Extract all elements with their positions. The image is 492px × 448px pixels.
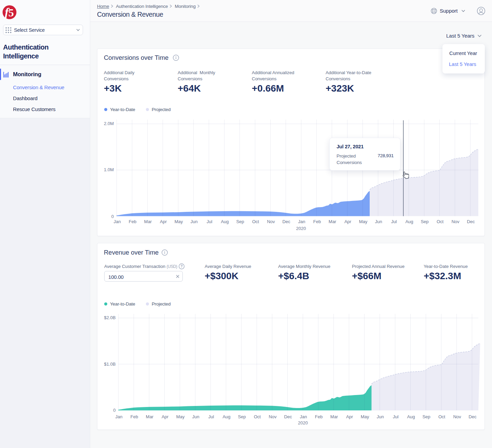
svg-text:Nov: Nov xyxy=(267,219,275,224)
svg-text:Apr: Apr xyxy=(346,414,353,419)
svg-text:2020: 2020 xyxy=(298,420,308,425)
svg-text:Mar: Mar xyxy=(146,414,154,419)
svg-text:Dec: Dec xyxy=(468,414,477,419)
svg-text:Sep: Sep xyxy=(422,414,430,419)
svg-text:Jun: Jun xyxy=(375,219,382,224)
svg-text:5: 5 xyxy=(9,6,14,19)
svg-text:Apr: Apr xyxy=(160,219,167,224)
svg-text:Jun: Jun xyxy=(191,219,198,224)
svg-text:0: 0 xyxy=(111,214,114,219)
svg-text:Sep: Sep xyxy=(238,414,246,419)
svg-text:Feb: Feb xyxy=(131,414,138,419)
svg-text:Jan: Jan xyxy=(298,219,305,224)
svg-text:Jul: Jul xyxy=(208,414,214,419)
svg-text:2020: 2020 xyxy=(296,226,306,231)
svg-text:Feb: Feb xyxy=(313,219,321,224)
svg-text:Jul: Jul xyxy=(391,219,397,224)
svg-text:Mar: Mar xyxy=(330,414,338,419)
svg-text:Nov: Nov xyxy=(453,414,461,419)
svg-text:0: 0 xyxy=(113,408,115,413)
svg-text:May: May xyxy=(176,414,185,419)
svg-text:Oct: Oct xyxy=(437,219,444,224)
svg-text:May: May xyxy=(175,219,183,224)
svg-text:2.0M: 2.0M xyxy=(104,121,114,126)
svg-text:Aug: Aug xyxy=(405,219,413,224)
svg-text:$1.0B: $1.0B xyxy=(104,362,115,367)
svg-text:Oct: Oct xyxy=(254,414,261,419)
svg-text:Dec: Dec xyxy=(467,219,475,224)
svg-text:Jul: Jul xyxy=(207,219,213,224)
svg-text:Jun: Jun xyxy=(192,414,200,419)
svg-text:Aug: Aug xyxy=(222,414,230,419)
svg-text:Aug: Aug xyxy=(221,219,229,224)
svg-text:Jan: Jan xyxy=(115,414,123,419)
svg-text:May: May xyxy=(359,219,368,224)
svg-text:Sep: Sep xyxy=(236,219,244,224)
svg-text:Aug: Aug xyxy=(407,414,415,419)
svg-text:Nov: Nov xyxy=(269,414,277,419)
svg-text:Feb: Feb xyxy=(129,219,136,224)
svg-text:Jan: Jan xyxy=(300,414,307,419)
svg-text:?: ? xyxy=(180,264,182,268)
svg-text:Dec: Dec xyxy=(282,219,290,224)
svg-text:Jul: Jul xyxy=(393,414,399,419)
svg-text:1.0M: 1.0M xyxy=(104,167,114,172)
svg-text:Feb: Feb xyxy=(315,414,323,419)
svg-text:$2.0B: $2.0B xyxy=(104,315,115,320)
svg-text:Mar: Mar xyxy=(144,219,152,224)
svg-text:May: May xyxy=(361,414,369,419)
svg-text:Jun: Jun xyxy=(377,414,384,419)
svg-text:Nov: Nov xyxy=(451,219,460,224)
svg-text:Mar: Mar xyxy=(329,219,337,224)
svg-text:Apr: Apr xyxy=(344,219,352,224)
svg-text:Oct: Oct xyxy=(438,414,446,419)
svg-text:Dec: Dec xyxy=(284,414,292,419)
svg-text:Jan: Jan xyxy=(114,219,121,224)
svg-text:Apr: Apr xyxy=(162,414,169,419)
svg-text:Oct: Oct xyxy=(252,219,259,224)
svg-text:Sep: Sep xyxy=(421,219,428,224)
